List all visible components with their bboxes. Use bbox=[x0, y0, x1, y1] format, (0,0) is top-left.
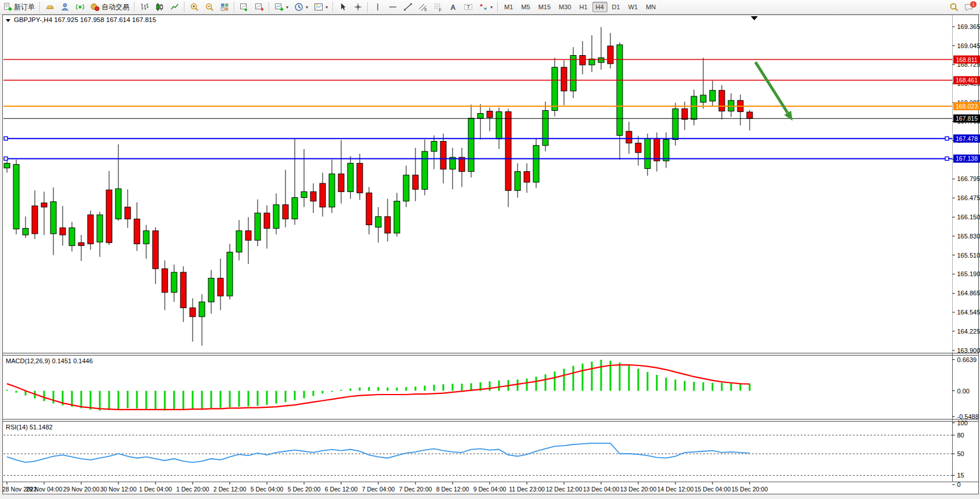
arrows-button[interactable]: ▾ bbox=[476, 0, 495, 14]
time-tick-label: 5 Dec 20:00 bbox=[288, 486, 321, 493]
price-tick-label: 164.545 bbox=[957, 309, 980, 316]
autotrade-icon bbox=[91, 2, 100, 12]
svg-text:F: F bbox=[439, 8, 442, 12]
timeframe-m1-button[interactable]: M1 bbox=[501, 2, 516, 12]
new-order-button[interactable]: 新订单 bbox=[1, 0, 37, 14]
time-tick-label: 15 Dec 04:00 bbox=[695, 486, 731, 493]
macd-tick-label: 0.00 bbox=[957, 388, 970, 395]
time-tick-label: 8 Dec 12:00 bbox=[436, 486, 469, 493]
timeframe-w1-button[interactable]: W1 bbox=[625, 2, 642, 12]
support-line-2-handle[interactable] bbox=[945, 157, 949, 160]
time-tick-label: 11 Dec 23:00 bbox=[509, 486, 545, 493]
autoscroll-icon bbox=[240, 2, 249, 12]
price-tick-label: 165.510 bbox=[957, 252, 980, 259]
timeframe-mn-button[interactable]: MN bbox=[642, 2, 659, 12]
time-tick-label: 7 Dec 20:00 bbox=[399, 486, 432, 493]
price-tick-label: 164.865 bbox=[957, 290, 980, 296]
line-chart-mode-button[interactable] bbox=[168, 0, 182, 14]
horizontal-line-button[interactable] bbox=[386, 0, 400, 14]
bar-chart-mode-button[interactable] bbox=[138, 0, 151, 14]
time-tick-label: 13 Dec 04:00 bbox=[583, 486, 620, 493]
auto-scroll-button[interactable] bbox=[237, 0, 251, 14]
candle-body bbox=[431, 142, 437, 151]
cursor-icon bbox=[338, 2, 348, 12]
crosshair-button[interactable] bbox=[351, 0, 365, 14]
timeframe-h1-button[interactable]: H1 bbox=[576, 2, 591, 12]
candle-body bbox=[663, 140, 669, 161]
timeframe-m5-button[interactable]: M5 bbox=[518, 2, 533, 12]
channel-button[interactable]: E bbox=[416, 0, 430, 14]
candle-body bbox=[468, 118, 474, 172]
indicators-button[interactable]: ▾ bbox=[272, 0, 291, 14]
dropdown-arrow-icon: ▾ bbox=[286, 5, 288, 10]
text-button[interactable]: A bbox=[446, 0, 460, 14]
cursor-button[interactable] bbox=[336, 0, 350, 14]
resistance-line-1-badge-label: 168.811 bbox=[956, 56, 977, 63]
candle-icon bbox=[155, 2, 164, 12]
price-tick-label: 164.225 bbox=[957, 328, 980, 335]
profiles-button[interactable] bbox=[58, 0, 72, 14]
time-tick-label: 7 Dec 04:00 bbox=[362, 486, 395, 493]
support-line-1-handle[interactable] bbox=[4, 137, 8, 140]
candlestick-mode-button[interactable] bbox=[153, 0, 167, 14]
candle-body bbox=[255, 213, 261, 240]
candle-body bbox=[153, 231, 158, 269]
gold-button[interactable] bbox=[43, 0, 57, 14]
search-button[interactable] bbox=[947, 0, 961, 14]
time-tick-label: 5 Dec 04:00 bbox=[251, 486, 284, 493]
candle-body bbox=[88, 215, 93, 244]
timeframe-m15-button[interactable]: M15 bbox=[535, 2, 554, 12]
tile-windows-button[interactable] bbox=[218, 0, 232, 14]
chart-shift-button[interactable] bbox=[252, 0, 266, 14]
periods-button[interactable]: ▾ bbox=[292, 0, 310, 14]
support-line-2-handle[interactable] bbox=[4, 157, 8, 160]
price-tick-label: 165.190 bbox=[957, 270, 980, 277]
candle-body bbox=[4, 163, 10, 168]
timeframe-d1-button[interactable]: D1 bbox=[609, 2, 624, 12]
dropdown-arrow-icon: ▾ bbox=[326, 5, 328, 10]
candle-body bbox=[487, 111, 493, 117]
pivot-line-badge-label: 168.023 bbox=[956, 103, 978, 110]
candle-body bbox=[385, 216, 390, 233]
chartshift-icon bbox=[255, 2, 264, 12]
fibonacci-button[interactable]: F bbox=[431, 0, 445, 14]
toolbar-separator bbox=[134, 2, 135, 12]
candle-body bbox=[672, 109, 678, 139]
svg-text:T: T bbox=[467, 4, 471, 10]
timeframe-h4-button[interactable]: H4 bbox=[592, 2, 607, 12]
time-tick-label: 1 Dec 04:00 bbox=[139, 486, 172, 493]
candle-body bbox=[682, 109, 688, 119]
rsi-tick-label: 15 bbox=[957, 472, 964, 479]
candle-body bbox=[478, 114, 483, 118]
zoom-in-button[interactable] bbox=[187, 0, 201, 14]
candle-body bbox=[570, 56, 576, 91]
auto-trading-button[interactable]: 自动交易 bbox=[88, 0, 132, 14]
rsi-tick-label: 100 bbox=[957, 420, 968, 426]
line-icon bbox=[170, 2, 179, 12]
zoomin-icon bbox=[190, 2, 199, 12]
support-line-1-handle[interactable] bbox=[945, 137, 949, 140]
zoom-out-button[interactable] bbox=[202, 0, 216, 14]
text-label-button[interactable]: T bbox=[461, 0, 475, 14]
doc-plus-icon bbox=[3, 2, 12, 12]
rsi-tick-label: 0 bbox=[957, 481, 961, 488]
price-tick-label: 166.150 bbox=[957, 214, 980, 220]
chat-button[interactable]: 1 bbox=[962, 0, 976, 14]
candle-body bbox=[292, 198, 298, 219]
trendline-button[interactable] bbox=[401, 0, 415, 14]
candle-body bbox=[171, 272, 177, 292]
vertical-line-button[interactable] bbox=[371, 0, 385, 14]
candle-body bbox=[422, 151, 428, 189]
hline-icon bbox=[388, 2, 397, 12]
time-tick-label: 6 Dec 12:00 bbox=[325, 486, 358, 493]
templates-button[interactable]: ▾ bbox=[312, 0, 330, 14]
candle-body bbox=[329, 174, 335, 207]
candle-body bbox=[524, 172, 530, 182]
timeframe-m30-button[interactable]: M30 bbox=[555, 2, 574, 12]
arrows-icon bbox=[479, 2, 488, 12]
chart-main-pane[interactable] bbox=[3, 15, 953, 353]
time-tick-label: 9 Dec 04:00 bbox=[473, 486, 507, 493]
candle-body bbox=[719, 91, 725, 111]
candle-body bbox=[691, 96, 697, 120]
signals-button[interactable] bbox=[73, 0, 87, 14]
